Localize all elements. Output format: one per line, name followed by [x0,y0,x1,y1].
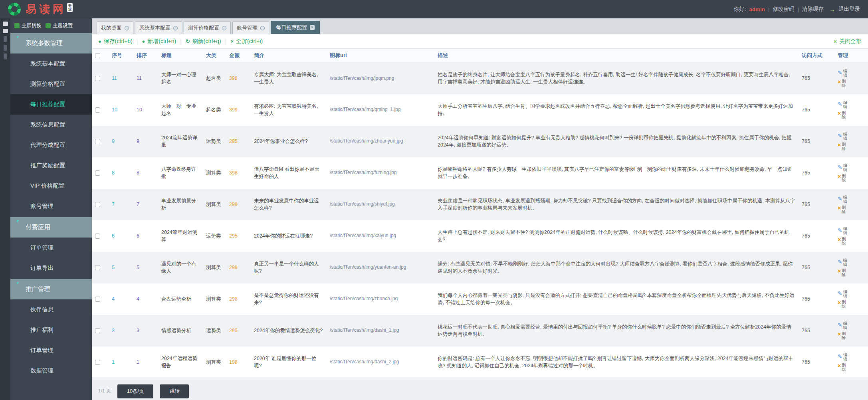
sidebar-item-label: 账号管理 [30,203,54,209]
cell-intro: 借八字命盘M 看出你是不是天生好命的人 [251,157,327,189]
delete-button[interactable]: × 删除 [838,363,865,372]
cell-title: 遇见对的一个有缘人 [158,252,203,283]
tab[interactable]: 账号管理 × [232,22,269,34]
edit-button[interactable]: ✎ 编辑 [838,352,865,362]
tab[interactable]: 系统基本配置 × [135,22,182,34]
toolbar-buttons: ● 保存(ctrl+b) | ● 新增(ctrl+n) | ↻ 刷新(ctrl+… [98,38,263,45]
site-logo-icon [8,3,21,16]
tab[interactable]: 每日推荐配置 × [271,21,320,34]
data-table: 序号排序标题大类金额简介图标url描述访问方式管理 11 11 大师一对一心理起… [92,49,868,377]
sidebar-item[interactable]: 推广奖励配置 [10,155,92,176]
tab-refresh-icon[interactable] [125,26,129,30]
tab[interactable]: 我的桌面 × [97,22,133,34]
edit-button[interactable]: ✎ 编辑 [838,163,865,172]
edit-button[interactable]: ✎ 编辑 [838,258,865,267]
fullscreen-icon: × [230,38,234,44]
delete-button[interactable]: × 删除 [838,142,865,151]
row-checkbox[interactable] [95,170,100,176]
delete-button[interactable]: × 删除 [838,331,865,341]
sidebar-item[interactable]: VIP 价格配置 [10,176,92,196]
tab-refresh-icon[interactable] [260,26,265,30]
edit-icon: ✎ [838,352,842,360]
toolbar-button[interactable]: × 全屏(ctrl+i) [230,38,263,45]
sidebar-item[interactable]: 订单导出 [10,258,92,278]
cell-description: 人生路上总有起伏不定, 财来财去留不住? 测测你2024年的正财偏财运势, 什么… [434,220,799,252]
delete-button[interactable]: × 删除 [838,111,865,120]
delete-button[interactable]: × 删除 [838,79,865,88]
change-password-link[interactable]: 修改密码 [773,6,794,13]
delete-button[interactable]: × 删除 [838,205,865,214]
row-checkbox[interactable] [95,234,100,239]
sidebar-item[interactable]: 伙伴信息 [10,299,92,320]
logout-link[interactable]: 退出登录 [838,6,860,13]
row-checkbox[interactable] [95,265,100,270]
sidebar-item[interactable]: 订单管理 [10,238,92,258]
sidebar-item[interactable]: 系统基本配置 [10,53,92,74]
sidebar-item[interactable]: 订单管理 [10,340,92,360]
select-all-checkbox[interactable] [95,53,100,58]
sidebar-item-label: VIP 价格配置 [30,182,64,189]
tab[interactable]: 测算价格配置 × [184,22,231,34]
delete-icon: × [838,205,841,211]
edit-button[interactable]: ✎ 编辑 [838,195,865,204]
window-icon[interactable] [3,22,8,26]
cell-id: 10 [109,94,133,126]
edit-button[interactable]: ✎ 编辑 [838,289,865,299]
row-checkbox[interactable] [95,297,100,302]
sidebar-item[interactable]: 系统信息配置 [10,115,92,135]
cell-access-mode: 765 [799,347,834,377]
toolbar-button[interactable]: ● 保存(ctrl+b) [98,38,133,45]
topbar-user-area: 你好: admin | 修改密码 | 清除缓存 → 退出登录 [733,6,860,13]
delete-button[interactable]: × 删除 [838,268,865,277]
cell-id: 6 [109,220,133,252]
close-all-button[interactable]: × 关闭全部 [833,38,862,45]
screen-toggle-button[interactable]: 主屏切换 [14,22,42,29]
row-checkbox[interactable] [95,107,100,113]
theme-toggle-button[interactable]: 主题设置 [46,22,73,29]
row-checkbox[interactable] [95,76,100,81]
edit-button[interactable]: ✎ 编辑 [838,226,865,236]
delete-button[interactable]: × 删除 [838,174,865,183]
sidebar-item[interactable]: 每日推荐配置 [10,94,92,115]
sidebar-item[interactable]: 数据管理 [10,360,92,381]
sidebar-section-header[interactable]: 付费应用 [10,217,92,238]
row-checkbox[interactable] [95,202,100,207]
row-checkbox[interactable] [95,139,100,144]
row-checkbox[interactable] [95,328,100,333]
edit-button[interactable]: ✎ 编辑 [838,132,865,141]
delete-icon: × [838,237,841,242]
delete-button[interactable]: × 删除 [838,300,865,309]
toolbar-button[interactable]: ↻ 刷新(ctrl+q) [186,38,221,45]
tab-close-icon[interactable]: × [310,25,315,30]
column-header: 管理 [834,49,868,63]
sidebar-item-label: 伙伴信息 [30,306,54,313]
sidebar-item[interactable]: 测算价格配置 [10,74,92,94]
cell-access-mode: 765 [799,252,834,283]
cell-sort: 5 [133,252,158,283]
sidebar-section-header[interactable]: 推广管理 [10,279,92,299]
row-checkbox[interactable] [95,360,100,365]
jump-button[interactable]: 跳转 [160,384,189,398]
cell-actions: ✎ 编辑 × 删除 [834,220,868,252]
tab-refresh-icon[interactable] [173,26,178,30]
sidebar-item[interactable]: 推广福利 [10,320,92,340]
page-size-button[interactable]: 10条/页 [117,384,153,398]
cell-icon-url: /static/fTen/cash/img/jpqm.png [327,63,434,94]
edit-button[interactable]: ✎ 编辑 [838,321,865,330]
cell-access-mode: 765 [799,220,834,252]
edit-button[interactable]: ✎ 编辑 [838,69,865,78]
tab-refresh-icon[interactable] [222,26,226,30]
toolbar-button[interactable]: ● 新增(ctrl+n) [142,38,176,45]
sidebar-item[interactable]: 账号管理 [10,196,92,216]
tab-label: 账号管理 [237,24,258,32]
clear-cache-link[interactable]: 清除缓存 [802,6,824,13]
sidebar-section-header[interactable]: 系统参数管理 [10,33,92,53]
main-content: 我的桌面 × 系统基本配置 × 测算价格配置 × 账号管理 × 每日推荐配置 ×… [92,18,868,400]
window-icon[interactable] [3,29,8,33]
cell-category: 测算类 [203,252,226,283]
edit-button[interactable]: ✎ 编辑 [838,100,865,109]
delete-button[interactable]: × 删除 [838,237,865,246]
greeting-text: 你好: [733,6,746,13]
cell-title: 大师一对一专业起名 [158,94,203,126]
sidebar-item[interactable]: 代理分成配置 [10,135,92,155]
